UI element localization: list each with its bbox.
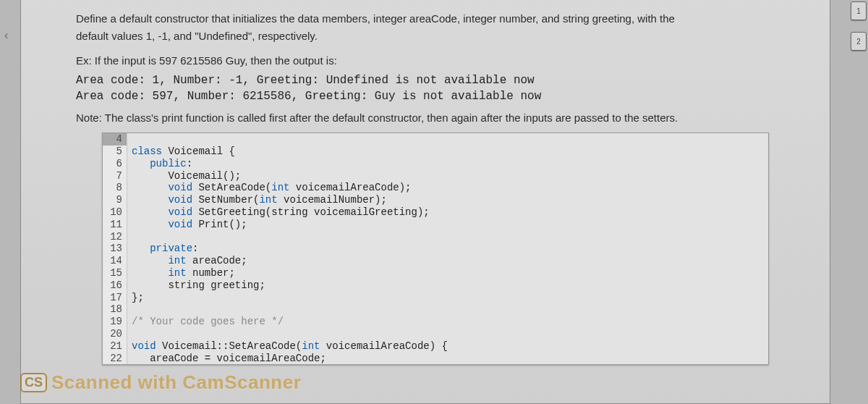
code-line: 18 [103, 303, 768, 316]
code-line: 12 [103, 231, 768, 243]
intro-line-1: Define a default constructor that initia… [76, 12, 812, 26]
code-line: 19/* Your code goes here */ [103, 316, 768, 328]
code-editor: 45class Voicemail {6 public:7 Voicemail(… [102, 132, 769, 365]
scanner-watermark: CS Scanned with CamScanner [20, 371, 301, 394]
note-line: Note: The class's print function is call… [76, 111, 812, 124]
code-line: 7 Voicemail(); [103, 170, 768, 182]
example-output-line-1: Area code: 1, Number: -1, Greeting: Unde… [76, 72, 812, 88]
line-number: 9 [103, 194, 127, 206]
document-page: Define a default constructor that initia… [20, 0, 830, 404]
line-number: 19 [103, 316, 127, 328]
intro-line-2: default values 1, -1, and "Undefined", r… [76, 29, 812, 43]
code-text: int number; [127, 267, 768, 279]
code-text [127, 303, 768, 316]
page-marker-1[interactable]: 1 [851, 1, 867, 20]
line-number: 18 [103, 303, 127, 316]
code-text [127, 133, 768, 146]
code-line: 6 public: [103, 158, 768, 170]
code-line: 16 string greeting; [103, 279, 768, 292]
line-number: 8 [103, 182, 127, 194]
line-number: 13 [103, 243, 127, 255]
line-number: 10 [103, 206, 127, 219]
code-text: areaCode = voicemailAreaCode; [127, 353, 768, 365]
code-text: void SetAreaCode(int voicemailAreaCode); [127, 182, 768, 194]
code-text: string greeting; [127, 279, 768, 292]
example-lead: Ex: If the input is 597 6215586 Guy, the… [76, 54, 812, 67]
prev-page-arrow[interactable]: ‹ [4, 29, 8, 42]
example-output: Area code: 1, Number: -1, Greeting: Unde… [76, 72, 812, 105]
problem-statement: Define a default constructor that initia… [76, 12, 812, 44]
line-number: 17 [103, 292, 127, 304]
code-text [127, 231, 768, 243]
code-line: 15 int number; [103, 267, 768, 279]
code-line: 4 [103, 133, 768, 146]
code-text: void Print(); [127, 219, 768, 231]
line-number: 12 [103, 231, 127, 243]
code-text [127, 328, 768, 340]
code-text: int areaCode; [127, 255, 768, 267]
code-text: Voicemail(); [127, 170, 768, 182]
line-number: 4 [103, 133, 127, 146]
code-text: class Voicemail { [127, 146, 768, 158]
line-number: 5 [103, 146, 127, 158]
page-marker-2[interactable]: 2 [851, 32, 867, 51]
code-line: 11 void Print(); [103, 219, 768, 231]
code-line: 20 [103, 328, 768, 340]
line-number: 14 [103, 255, 127, 267]
code-line: 21void Voicemail::SetAreaCode(int voicem… [103, 340, 768, 353]
code-text: void Voicemail::SetAreaCode(int voicemai… [127, 340, 768, 353]
line-number: 6 [103, 158, 127, 170]
code-text: /* Your code goes here */ [127, 316, 768, 328]
line-number: 20 [103, 328, 127, 340]
code-line: 22 areaCode = voicemailAreaCode; [103, 353, 768, 365]
watermark-text: Scanned with CamScanner [51, 371, 301, 394]
code-text: private: [127, 243, 768, 255]
code-line: 13 private: [103, 243, 768, 255]
code-line: 14 int areaCode; [103, 255, 768, 267]
line-number: 15 [103, 267, 127, 279]
line-number: 22 [103, 353, 127, 365]
code-line: 5class Voicemail { [103, 146, 768, 158]
example-output-line-2: Area code: 597, Number: 6215586, Greetin… [76, 88, 812, 104]
page-thumbnails: 1 2 [851, 1, 867, 51]
line-number: 11 [103, 219, 127, 231]
code-line: 8 void SetAreaCode(int voicemailAreaCode… [103, 182, 768, 194]
cs-badge-icon: CS [20, 373, 47, 392]
code-line: 10 void SetGreeting(string voicemailGree… [103, 206, 768, 219]
line-number: 16 [103, 279, 127, 292]
code-text: public: [127, 158, 768, 170]
code-text: void SetNumber(int voicemailNumber); [127, 194, 768, 206]
line-number: 21 [103, 340, 127, 353]
line-number: 7 [103, 170, 127, 182]
code-line: 17}; [103, 292, 768, 304]
code-line: 9 void SetNumber(int voicemailNumber); [103, 194, 768, 206]
code-text: }; [127, 292, 768, 304]
code-text: void SetGreeting(string voicemailGreetin… [127, 206, 768, 219]
